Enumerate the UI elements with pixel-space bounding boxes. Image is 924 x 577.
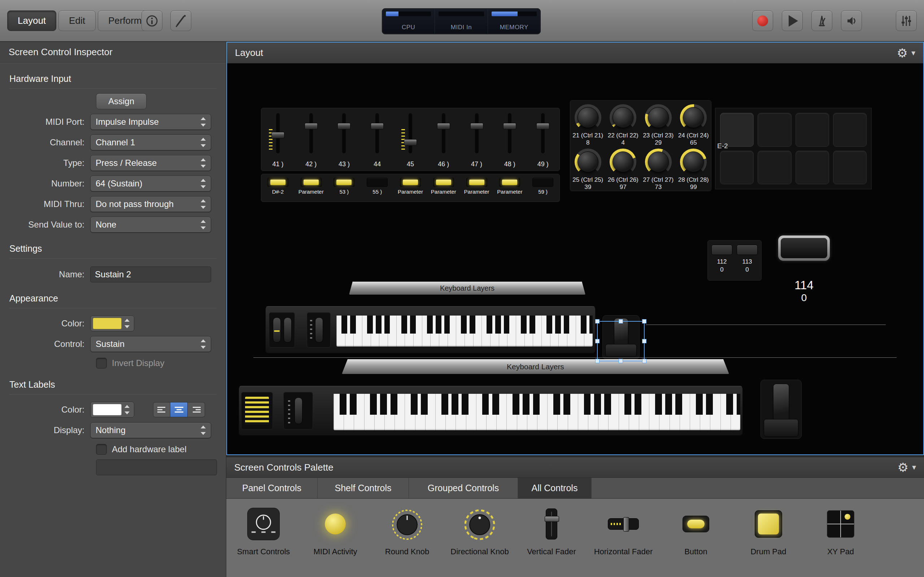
invert-display-checkbox[interactable] (96, 358, 107, 369)
drum-pad-control[interactable] (720, 113, 754, 147)
layout-canvas[interactable]: 41 )42 )43 )444546 )47 )48 )49 ) D#-2Par… (227, 63, 923, 455)
led-button-control[interactable]: Parameter (294, 174, 328, 201)
fader-cap[interactable] (338, 123, 351, 129)
palette-item-button[interactable]: Button (662, 501, 730, 556)
tab-grouped-controls[interactable]: Grouped Controls (409, 478, 518, 498)
vertical-fader-control[interactable]: 43 ) (328, 108, 361, 171)
keyboard-control[interactable] (239, 386, 743, 436)
led-button[interactable] (532, 178, 553, 187)
selection-handle[interactable] (642, 359, 646, 363)
palette-item-drum-pad[interactable]: Drum Pad (734, 501, 803, 556)
selection-handle[interactable] (619, 359, 623, 363)
fader-cap[interactable] (437, 123, 450, 129)
chevron-down-icon[interactable]: ▾ (911, 48, 915, 58)
keyboard-keys[interactable] (333, 394, 740, 430)
palette-item-round-knob[interactable]: Round Knob (373, 501, 441, 556)
knob-value-arc[interactable] (610, 148, 636, 175)
pitch-mod-wheel-module[interactable] (269, 312, 295, 348)
assign-button[interactable]: Assign (96, 93, 147, 109)
led-button-control[interactable]: Parameter (427, 174, 460, 201)
keyboard-control[interactable] (265, 306, 596, 353)
led-button-control[interactable]: 55 ) (360, 174, 394, 201)
midi-port-select[interactable]: Impulse Impulse (90, 114, 211, 130)
drum-pad-control[interactable] (720, 151, 754, 185)
vertical-fader-control[interactable]: 41 ) (261, 108, 294, 171)
led-button[interactable] (367, 178, 388, 187)
display-control[interactable]: 113 0 (737, 245, 758, 280)
fader-cap[interactable] (404, 139, 417, 146)
performance-meter[interactable]: CPU MIDI In MEMORY (382, 8, 541, 34)
custom-label-field[interactable] (96, 459, 217, 475)
round-knob-control[interactable]: 26 (Ctrl 26)97 (606, 147, 641, 191)
selection-handle[interactable] (642, 319, 646, 324)
knob-value-arc[interactable] (575, 148, 601, 175)
keyboard-keys[interactable] (336, 316, 593, 347)
led-button[interactable] (300, 178, 321, 187)
drum-pad-control[interactable] (833, 151, 867, 185)
selection-handle[interactable] (642, 339, 646, 343)
play-button[interactable] (782, 10, 803, 31)
fader-cap[interactable] (305, 123, 318, 129)
led-button[interactable] (267, 178, 288, 187)
drum-pad-control[interactable] (833, 113, 867, 147)
metronome-button[interactable] (811, 10, 832, 31)
type-select[interactable]: Press / Release (90, 155, 211, 171)
vertical-fader-control[interactable]: 49 ) (526, 108, 559, 171)
name-field[interactable] (90, 266, 211, 282)
palette-item-midi-activity[interactable]: MIDI Activity (301, 501, 370, 556)
number-select[interactable]: 64 (Sustain) (90, 176, 211, 192)
screen-button-control[interactable] (778, 235, 830, 261)
knob-value-arc[interactable] (645, 104, 672, 131)
palette-item-vertical-fader[interactable]: Vertical Fader (517, 501, 586, 556)
info-button[interactable] (142, 10, 162, 31)
channel-select[interactable]: Channel 1 (90, 134, 211, 150)
knob-value-arc[interactable] (680, 104, 707, 131)
palette-item-horizontal-fader[interactable]: Horizontal Fader (589, 501, 657, 556)
master-mute-button[interactable] (841, 10, 862, 31)
mode-button-layout[interactable]: Layout (7, 10, 56, 31)
midi-activity-module[interactable] (241, 392, 273, 429)
knob-value-arc[interactable] (645, 148, 672, 175)
display-control[interactable]: 112 0 (711, 245, 732, 280)
vertical-fader-control[interactable]: 47 ) (460, 108, 493, 171)
chevron-down-icon[interactable]: ▾ (912, 463, 916, 472)
selection-box[interactable] (597, 321, 645, 361)
mode-button-edit[interactable]: Edit (58, 10, 96, 31)
tab-shelf-controls[interactable]: Shelf Controls (318, 478, 409, 498)
led-button-control[interactable]: 53 ) (328, 174, 361, 201)
vertical-fader-control[interactable]: 46 ) (427, 108, 460, 171)
master-levels-button[interactable] (896, 10, 917, 31)
palette-item-xy-pad[interactable]: XY Pad (806, 501, 875, 556)
led-button[interactable] (400, 178, 421, 187)
tab-panel-controls[interactable]: Panel Controls (226, 478, 318, 498)
keyboard-shelf-label[interactable]: Keyboard Layers (349, 282, 585, 295)
fader-cap[interactable] (503, 123, 516, 129)
round-knob-control[interactable]: 22 (Ctrl 22)4 (606, 102, 641, 147)
vertical-fader-control[interactable]: 42 ) (294, 108, 328, 171)
led-button[interactable] (466, 178, 487, 187)
fader-cap[interactable] (470, 123, 483, 129)
drum-pad-control[interactable] (758, 113, 791, 147)
drum-pad-control[interactable] (795, 151, 829, 185)
round-knob-control[interactable]: 28 (Ctrl 28)99 (676, 147, 711, 191)
palette-item-smart-controls[interactable]: Smart Controls (229, 501, 298, 556)
knob-value-arc[interactable] (575, 104, 601, 131)
send-value-select[interactable]: None (90, 217, 211, 233)
appearance-color-well[interactable] (90, 316, 134, 331)
round-knob-control[interactable]: 21 (Ctrl 21)8 (570, 102, 606, 147)
round-knob-control[interactable]: 24 (Ctrl 24)65 (676, 102, 711, 147)
sustain-pedal-control[interactable] (761, 380, 802, 439)
vertical-fader-control[interactable]: 44 (360, 108, 394, 171)
align-center-button[interactable] (170, 402, 188, 417)
text-color-well[interactable] (90, 402, 134, 417)
fader-cap[interactable] (371, 123, 384, 129)
vertical-fader-control[interactable]: 48 ) (493, 108, 526, 171)
drum-pad-control[interactable] (795, 113, 829, 147)
fader-cap[interactable] (271, 132, 284, 139)
led-button-control[interactable]: Parameter (460, 174, 493, 201)
fader-cap[interactable] (536, 123, 549, 129)
led-button-control[interactable]: D#-2 (261, 174, 294, 201)
led-button-control[interactable]: Parameter (394, 174, 427, 201)
led-button-control[interactable]: 59 ) (526, 174, 559, 201)
selection-handle[interactable] (595, 339, 599, 343)
